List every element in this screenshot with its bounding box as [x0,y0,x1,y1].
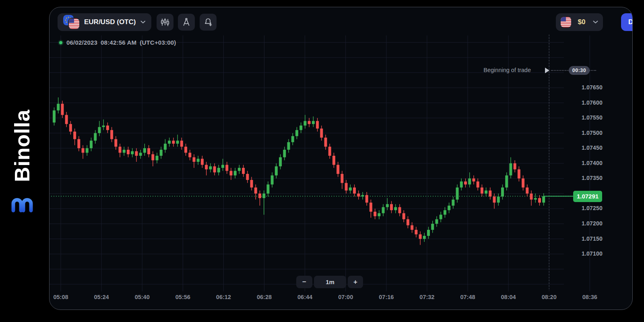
time-axis-label: 05:56 [171,294,195,300]
brand-name: Binolla [10,109,34,182]
price-axis-label: 1.07250 [554,205,603,211]
time-axis-label: 07:00 [334,294,358,300]
asset-selector[interactable]: EUR/USD (OTC) [58,13,151,31]
time-axis-label: 05:24 [89,294,114,300]
live-dot-icon [59,41,62,44]
time-axis-label: 05:08 [49,294,73,300]
compass-icon [182,17,191,27]
price-axis-label: 1.07600 [554,99,603,106]
time-axis-label: 06:12 [211,294,235,300]
time-axis-label: 06:44 [293,294,317,300]
price-axis-label: 1.07200 [554,220,603,227]
zoom-controls: − 1m + [296,276,363,288]
time-axis-label: 07:16 [374,294,398,300]
candlestick-chart[interactable] [50,7,633,310]
current-price-badge: 1.07291 [573,191,602,202]
time-axis-label: 07:48 [456,294,480,300]
zoom-out-button[interactable]: − [296,276,312,288]
us-flag-icon [69,19,79,29]
chevron-down-icon [140,21,146,24]
time-axis-label: 08:04 [496,294,520,300]
session-date: 06/02/2023 [66,39,97,46]
timeframe-button[interactable]: 1m [314,276,346,288]
asset-label: EUR/USD (OTC) [84,18,136,26]
us-flag-icon [561,17,571,27]
deposit-button[interactable]: De [621,13,633,31]
price-axis-label: 1.07500 [554,130,603,136]
trade-countdown-badge: 00:30 [569,66,590,75]
time-axis-label: 07:32 [415,294,439,300]
chart-type-button[interactable] [157,14,173,31]
price-axis-label: 1.07550 [554,114,603,121]
zoom-in-button[interactable]: + [348,276,363,288]
price-axis-label: 1.07450 [554,144,603,151]
drawing-tools-button[interactable] [178,14,195,31]
chart-panel: EUR/USD (OTC) $0 De 06/0 [49,7,633,310]
candlestick-icon [160,17,170,27]
price-axis-label: 1.07650 [554,84,603,91]
time-axis-label: 06:28 [252,294,277,300]
chevron-down-icon [593,21,598,24]
price-axis-label: 1.07400 [554,160,603,166]
time-axis-label: 05:40 [130,294,154,300]
session-timestamp: 06/02/2023 08:42:56 AM (UTC+03:00) [59,39,179,46]
beginning-of-trade-label: Beginning of trade [452,67,531,73]
time-axis-label: 08:20 [537,294,561,300]
price-axis-label: 1.07150 [554,235,603,242]
bell-plus-icon [203,17,213,27]
alerts-button[interactable] [200,14,217,31]
binolla-logo-icon [9,191,35,215]
balance-selector[interactable]: $0 [556,13,603,31]
trade-arrow-icon [545,68,549,73]
price-axis-label: 1.07100 [554,250,603,257]
price-axis-label: 1.07350 [554,175,603,181]
asset-flags [63,15,80,29]
session-timezone: (UTC+03:00) [140,39,176,46]
balance-amount: $0 [578,18,586,26]
time-axis-label: 08:36 [578,294,602,300]
session-time: 08:42:56 AM [101,39,136,46]
